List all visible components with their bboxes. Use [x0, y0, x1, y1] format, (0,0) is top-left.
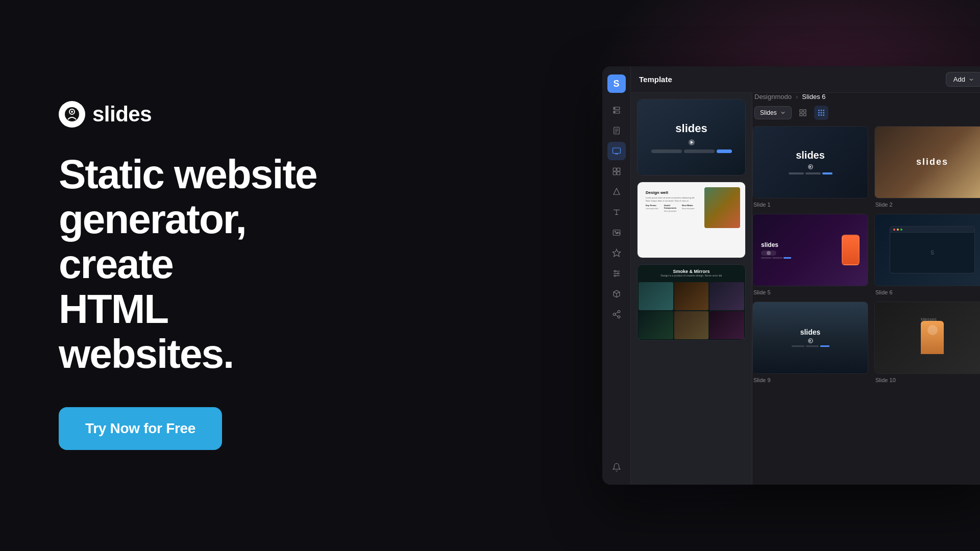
slide-item-2[interactable]: slides Slide 2 [874, 126, 980, 208]
svg-marker-23 [612, 249, 620, 257]
svg-line-33 [615, 315, 618, 316]
svg-rect-36 [803, 110, 806, 112]
view-grid-button[interactable] [814, 106, 828, 120]
template-design-well[interactable]: Design well Lorem ipsum dolor sit amet c… [637, 182, 746, 258]
app-sidebar: S [602, 66, 631, 485]
app-mockup: S [602, 66, 980, 485]
sidebar-icon-notifications[interactable] [607, 458, 626, 477]
slide-thumb-1: slides [752, 126, 868, 198]
slide-label-5: Slide 5 [752, 289, 868, 295]
svg-point-32 [618, 316, 620, 318]
tmpl-2-image [704, 187, 740, 228]
slide-thumb-10: Messes Make... [874, 302, 980, 374]
svg-rect-15 [617, 168, 620, 171]
template-panel: slides [631, 93, 752, 485]
slide-item-10[interactable]: Messes Make... Slide 10 [874, 302, 980, 383]
logo-text: slides [92, 102, 152, 127]
hero-headline: Static website generator, create HTML we… [59, 152, 347, 377]
svg-rect-43 [820, 112, 822, 114]
sidebar-icon-text[interactable] [607, 203, 626, 221]
slide-label-9: Slide 9 [752, 377, 868, 383]
slide-label-10: Slide 10 [874, 377, 980, 383]
slide-thumb-2: slides [874, 126, 980, 198]
try-now-button[interactable]: Try Now for Free [59, 407, 222, 450]
svg-rect-39 [818, 110, 820, 111]
sidebar-icon-storage[interactable] [607, 101, 626, 119]
slides-grid: slides [752, 126, 980, 383]
slide-item-1[interactable]: slides [752, 126, 868, 208]
sidebar-icon-shapes[interactable] [607, 183, 626, 201]
slide-label-6: Slide 6 [874, 289, 980, 295]
slide-item-9[interactable]: slides Slide 9 [752, 302, 868, 383]
svg-point-30 [618, 311, 620, 313]
svg-rect-17 [617, 172, 620, 175]
slide-item-6[interactable]: S Slide 6 [874, 214, 980, 295]
svg-rect-45 [818, 114, 820, 116]
view-list-button[interactable] [796, 106, 810, 120]
svg-rect-42 [818, 112, 820, 114]
slide-item-5[interactable]: slides [752, 214, 868, 295]
svg-point-6 [614, 112, 615, 113]
topbar-title: Template [639, 75, 672, 84]
slide-thumb-5: slides [752, 214, 868, 286]
template-slides-dark[interactable]: slides [637, 99, 746, 176]
slide-thumb-9: slides [752, 302, 868, 374]
sidebar-icon-slides[interactable] [607, 142, 626, 160]
svg-rect-16 [613, 172, 616, 175]
template-smoke-mirrors[interactable]: Smoke & Mirrors Design is a product of c… [637, 264, 746, 341]
sidebar-icon-media[interactable] [607, 223, 626, 242]
svg-point-29 [614, 275, 616, 277]
svg-line-34 [615, 312, 618, 314]
svg-point-2 [71, 111, 73, 113]
topbar: Template Add [631, 66, 980, 93]
svg-rect-35 [800, 110, 802, 112]
sidebar-icon-plugins[interactable] [607, 285, 626, 303]
sidebar-icon-pages[interactable] [607, 121, 626, 140]
svg-point-22 [615, 231, 616, 232]
sidebar-icon-components[interactable] [607, 162, 626, 181]
hero-section: slides Static website generator, create … [0, 101, 347, 450]
svg-point-28 [617, 273, 619, 274]
svg-point-27 [614, 270, 616, 272]
svg-rect-47 [823, 114, 824, 116]
main-content: Template Add slides [631, 66, 980, 485]
slides-dropdown[interactable]: Slides [754, 106, 792, 119]
svg-rect-40 [820, 110, 822, 111]
breadcrumb: Designmodo › Slides 6 [752, 93, 980, 106]
svg-rect-14 [613, 168, 616, 171]
svg-rect-11 [612, 148, 620, 154]
svg-rect-37 [800, 113, 802, 116]
slide-label-1: Slide 1 [752, 202, 868, 208]
sidebar-icon-share[interactable] [607, 305, 626, 323]
sidebar-logo: S [607, 74, 626, 93]
view-controls: Slides [752, 106, 980, 126]
logo: slides [59, 101, 347, 128]
slide-label-2: Slide 2 [874, 202, 980, 208]
tmpl-1-logo: slides [675, 122, 707, 135]
sidebar-icon-draw[interactable] [607, 244, 626, 262]
svg-rect-44 [823, 112, 824, 114]
content-area: slides [631, 93, 980, 485]
add-button[interactable]: Add [946, 72, 980, 87]
logo-icon [59, 101, 85, 128]
slide-thumb-6: S [874, 214, 980, 286]
slides-panel-wrapper: Designmodo › Slides 6 Slides [752, 93, 980, 485]
svg-point-31 [613, 313, 616, 316]
svg-point-5 [614, 108, 615, 109]
sidebar-icon-settings[interactable] [607, 264, 626, 283]
svg-rect-41 [823, 110, 824, 111]
svg-rect-38 [803, 113, 806, 116]
svg-rect-46 [820, 114, 822, 116]
